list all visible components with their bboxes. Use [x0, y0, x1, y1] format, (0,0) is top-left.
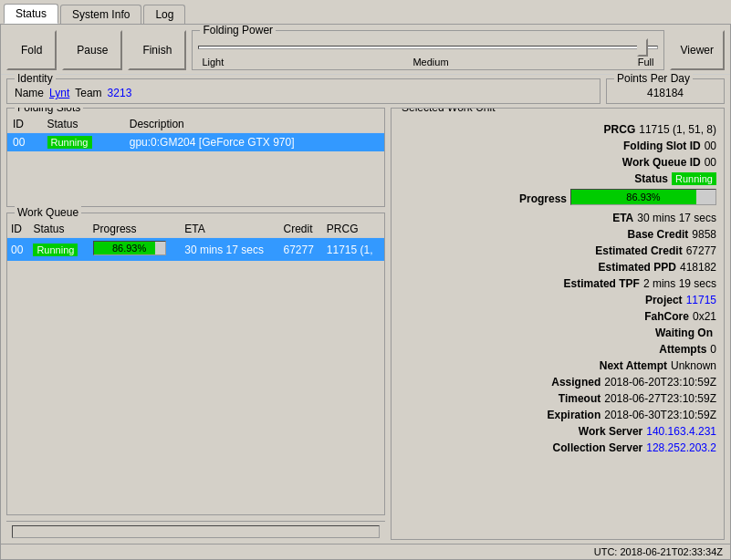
detail-estppd-row: Estimated PPD 418182 — [399, 259, 716, 275]
slider-label-light: Light — [202, 57, 224, 67]
queue-col-progress: Progress — [89, 221, 182, 238]
detail-timeout-row: Timeout 2018-06-27T23:10:59Z — [399, 390, 716, 407]
slot-id: 00 — [7, 133, 42, 152]
table-row[interactable]: 00 Running gpu:0:GM204 [GeForce GTX 970] — [7, 133, 384, 152]
detail-assigned-value: 2018-06-20T23:10:59Z — [604, 376, 716, 389]
content-split: Folding Slots ID Status Description 00 — [1, 108, 730, 544]
name-label: Name — [15, 87, 44, 99]
tab-log[interactable]: Log — [143, 5, 185, 24]
identity-content: Name Lynt Team 3213 — [15, 83, 592, 99]
right-panel: Selected Work Unit PRCG 11715 (1, 51, 8)… — [391, 108, 725, 540]
detail-folding-slot-label: Folding Slot ID — [623, 140, 701, 152]
team-link[interactable]: 3213 — [108, 87, 132, 99]
detail-folding-slot-value: 00 — [705, 140, 716, 152]
queue-credit: 67277 — [280, 238, 323, 262]
tab-status[interactable]: Status — [4, 4, 58, 24]
detail-workqueue-value: 00 — [705, 156, 716, 169]
identity-section-label: Identity — [15, 72, 56, 85]
slider-line — [198, 46, 657, 49]
queue-col-id: ID — [7, 221, 29, 238]
detail-attempts-row: Attempts 0 — [399, 341, 716, 358]
work-queue-label: Work Queue — [15, 206, 81, 219]
table-row[interactable]: 00 Running 86.93% 3 — [7, 238, 384, 262]
detail-folding-slot-row: Folding Slot ID 00 — [399, 138, 716, 154]
viewer-button[interactable]: Viewer — [670, 30, 725, 70]
detail-nextattempt-row: Next Attempt Unknown — [399, 358, 716, 374]
slider-container: Light Medium Full — [198, 33, 657, 67]
slider-thumb[interactable] — [637, 38, 648, 57]
utc-time: UTC: 2018-06-21T02:33:34Z — [594, 546, 723, 557]
detail-workserver-value: 140.163.4.231 — [646, 425, 716, 438]
name-value: Lynt — [49, 87, 69, 99]
queue-eta: 30 mins 17 secs — [181, 238, 279, 262]
status-badge: Running — [47, 136, 92, 149]
work-queue-box: Work Queue ID Status Progress ETA Credit… — [6, 213, 385, 515]
slot-status: Running — [42, 133, 124, 152]
ppd-value: 418184 — [614, 83, 716, 99]
detail-estppd-value: 418182 — [680, 261, 716, 274]
detail-prcg-row: PRCG 11715 (1, 51, 8) — [399, 121, 716, 138]
left-panel: Folding Slots ID Status Description 00 — [6, 108, 385, 540]
slot-description: gpu:0:GM204 [GeForce GTX 970] — [124, 133, 384, 152]
tab-sysinfo[interactable]: System Info — [60, 5, 141, 24]
detail-workqueue-label: Work Queue ID — [622, 156, 701, 169]
identity-row: Identity Name Lynt Team 3213 Points Per … — [1, 75, 730, 108]
detail-progress-text: 86.93% — [571, 190, 715, 204]
detail-expiration-row: Expiration 2018-06-30T23:10:59Z — [399, 407, 716, 423]
finish-button[interactable]: Finish — [128, 30, 186, 70]
detail-esttpf-value: 2 mins 19 secs — [643, 277, 716, 290]
detail-prcg-value: 11715 (1, 51, 8) — [639, 123, 716, 136]
detail-status-value: Running — [672, 172, 716, 185]
detail-estcredit-value: 67277 — [686, 244, 716, 257]
folding-slots-label: Folding Slots — [15, 108, 83, 114]
detail-project-row: Project 11715 — [399, 292, 716, 308]
project-link[interactable]: 11715 — [686, 294, 716, 306]
detail-nextattempt-value: Unknown — [671, 359, 716, 372]
slider-track[interactable] — [198, 38, 657, 57]
detail-project-label: Project — [645, 294, 683, 306]
detail-progress-value: 86.93% — [570, 189, 716, 208]
identity-box: Identity Name Lynt Team 3213 — [6, 78, 600, 104]
queue-col-prcg: PRCG — [323, 221, 384, 238]
detail-expiration-label: Expiration — [548, 409, 601, 421]
main-window: Status System Info Log Fold Pause Finish… — [0, 0, 731, 560]
detail-assigned-label: Assigned — [551, 376, 600, 389]
ppd-label: Points Per Day — [614, 72, 693, 85]
queue-col-status: Status — [29, 221, 89, 238]
detail-timeout-label: Timeout — [559, 392, 600, 405]
h-scrollbar[interactable] — [12, 525, 380, 538]
detail-basecredit-label: Base Credit — [628, 228, 689, 241]
detail-fahcore-value: 0x21 — [693, 310, 716, 323]
team-label: Team — [75, 87, 101, 99]
detail-eta-label: ETA — [612, 212, 633, 224]
pause-button[interactable]: Pause — [62, 30, 122, 70]
detail-eta-row: ETA 30 mins 17 secs — [399, 210, 716, 226]
detail-estcredit-label: Estimated Credit — [595, 244, 682, 257]
detail-expiration-value: 2018-06-30T23:10:59Z — [604, 409, 716, 421]
detail-workqueue-row: Work Queue ID 00 — [399, 154, 716, 171]
slots-col-id: ID — [7, 116, 42, 133]
workserver-link[interactable]: 140.163.4.231 — [646, 425, 716, 438]
queue-progress: 86.93% — [89, 238, 182, 262]
queue-status-badge: Running — [33, 244, 78, 256]
detail-timeout-value: 2018-06-27T23:10:59Z — [604, 392, 716, 405]
queue-status: Running — [29, 238, 89, 262]
folding-power-section: Folding Power Light Medium Full — [192, 30, 663, 70]
detail-progress-label: Progress — [519, 192, 567, 205]
folding-power-label: Folding Power — [200, 24, 276, 36]
detail-prcg-label: PRCG — [604, 123, 636, 136]
right-panel-content: PRCG 11715 (1, 51, 8) Folding Slot ID 00… — [399, 121, 716, 456]
progress-bar-text: 86.93% — [94, 242, 165, 254]
detail-esttpf-label: Estimated TPF — [564, 277, 640, 290]
detail-eta-value: 30 mins 17 secs — [637, 212, 716, 224]
main-area: Fold Pause Finish Folding Power Light Me… — [0, 24, 731, 560]
slider-label-medium: Medium — [412, 57, 448, 67]
detail-waitingon-label: Waiting On — [655, 327, 713, 339]
fold-button[interactable]: Fold — [6, 30, 57, 70]
slots-col-desc: Description — [124, 116, 384, 133]
tab-bar: Status System Info Log — [0, 0, 731, 24]
collserver-link[interactable]: 128.252.203.2 — [646, 441, 716, 454]
queue-table: ID Status Progress ETA Credit PRCG 00 — [7, 221, 384, 261]
slots-table: ID Status Description 00 Running — [7, 116, 384, 151]
scrollbar-area — [6, 521, 385, 540]
